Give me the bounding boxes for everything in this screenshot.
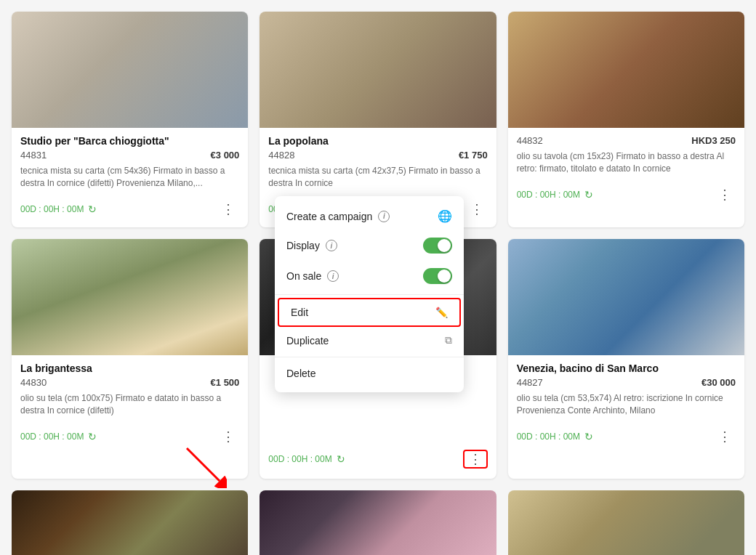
card-price-3: HKD3 250 <box>691 135 736 146</box>
refresh-icon-3: ↻ <box>584 189 593 200</box>
create-campaign-label: Create a campaign <box>286 211 372 222</box>
card-desc-4: olio su tela (cm 100x75) Firmato e datat… <box>20 392 239 421</box>
refresh-icon-6: ↻ <box>584 431 593 442</box>
menu-item-delete[interactable]: Delete <box>275 360 464 386</box>
menu-item-on-sale[interactable]: On sale i <box>275 261 464 291</box>
card-timer-4: 00D : 00H : 00M ↻ <box>20 431 97 442</box>
menu-item-duplicate[interactable]: Duplicate ⧉ <box>275 327 464 354</box>
refresh-icon-5: ↻ <box>337 453 345 465</box>
context-menu: Create a campaign i 🌐 Display i On sale … <box>275 196 464 392</box>
card-image-2 <box>260 12 496 128</box>
card-price-2: €1 750 <box>459 150 488 161</box>
artwork-card-2: La popolana 44828 €1 750 tecnica mista s… <box>260 12 496 227</box>
card-timer-1: 00D : 00H : 00M ↻ <box>20 203 97 215</box>
card-price-1: €3 000 <box>211 150 240 161</box>
menu-item-display[interactable]: Display i <box>275 230 464 261</box>
card-title-4: La brigantessa <box>20 362 239 374</box>
partial-card-3 <box>508 490 744 555</box>
partial-bottom-row <box>0 490 756 555</box>
svg-line-1 <box>187 448 220 481</box>
menu-item-create-campaign[interactable]: Create a campaign i 🌐 <box>275 202 464 230</box>
card-timer-5: 00D : 00H : 00M ↻ <box>268 453 345 465</box>
delete-label: Delete <box>286 368 315 379</box>
card-image-3 <box>508 12 744 128</box>
card-id-4: 44830 <box>20 377 47 388</box>
red-arrow-svg <box>183 445 227 488</box>
more-menu-button-2[interactable]: ⋮ <box>466 201 488 217</box>
card-id-3: 44832 <box>517 135 543 146</box>
card-price-4: €1 500 <box>211 377 240 388</box>
edit-label: Edit <box>291 307 308 318</box>
partial-card-2 <box>260 490 496 555</box>
card-desc-1: tecnica mista su carta (cm 54x36) Firmat… <box>20 165 239 194</box>
create-campaign-info-icon: i <box>378 211 390 222</box>
partial-card-1 <box>12 490 248 555</box>
menu-divider-2 <box>275 357 464 357</box>
more-menu-button-1[interactable]: ⋮ <box>217 201 239 217</box>
more-menu-button-3[interactable]: ⋮ <box>714 187 736 203</box>
card-title-2: La popolana <box>268 135 487 147</box>
card-price-6: €30 000 <box>701 377 736 388</box>
menu-item-edit[interactable]: Edit ✏️ <box>278 298 461 327</box>
duplicate-icon: ⧉ <box>445 334 452 347</box>
duplicate-label: Duplicate <box>286 335 329 347</box>
display-info-icon: i <box>326 240 337 251</box>
menu-divider-1 <box>275 294 464 295</box>
artwork-card-4: La brigantessa 44830 €1 500 olio su tela… <box>12 239 248 479</box>
more-menu-button-5[interactable]: ⋮ <box>463 450 488 469</box>
on-sale-info-icon: i <box>327 270 339 282</box>
card-timer-3: 00D : 00H : 00M ↻ <box>517 189 593 200</box>
artwork-card-6: Venezia, bacino di San Marco 44827 €30 0… <box>508 239 744 479</box>
artwork-card-1: Studio per "Barca chioggiotta" 44831 €3 … <box>12 12 248 227</box>
arrow-indicator <box>183 445 227 491</box>
on-sale-toggle[interactable] <box>423 268 452 284</box>
card-image-1 <box>12 12 248 128</box>
display-toggle[interactable] <box>423 238 452 254</box>
globe-icon: 🌐 <box>438 209 452 223</box>
refresh-icon-1: ↻ <box>88 203 97 215</box>
refresh-icon-4: ↻ <box>88 431 97 442</box>
more-menu-button-6[interactable]: ⋮ <box>714 429 736 445</box>
on-sale-label: On sale <box>286 270 321 282</box>
card-id-1: 44831 <box>20 150 47 161</box>
card-title-1: Studio per "Barca chioggiotta" <box>20 135 239 147</box>
display-label: Display <box>286 240 320 251</box>
artwork-card-3: 44832 HKD3 250 olio su tavola (cm 15x23)… <box>508 12 744 227</box>
card-desc-2: tecnica mista su carta (cm 42x37,5) Firm… <box>268 165 487 194</box>
more-menu-button-4[interactable]: ⋮ <box>217 429 239 445</box>
card-desc-6: olio su tela (cm 53,5x74) Al retro: iscr… <box>517 392 736 421</box>
card-timer-6: 00D : 00H : 00M ↻ <box>517 431 593 442</box>
card-id-6: 44827 <box>517 377 543 388</box>
card-image-4 <box>12 239 248 355</box>
card-title-6: Venezia, bacino di San Marco <box>517 362 736 374</box>
edit-icon: ✏️ <box>435 307 448 318</box>
card-id-2: 44828 <box>268 150 294 161</box>
card-image-6 <box>508 239 744 355</box>
card-desc-3: olio su tavola (cm 15x23) Firmato in bas… <box>517 150 736 179</box>
